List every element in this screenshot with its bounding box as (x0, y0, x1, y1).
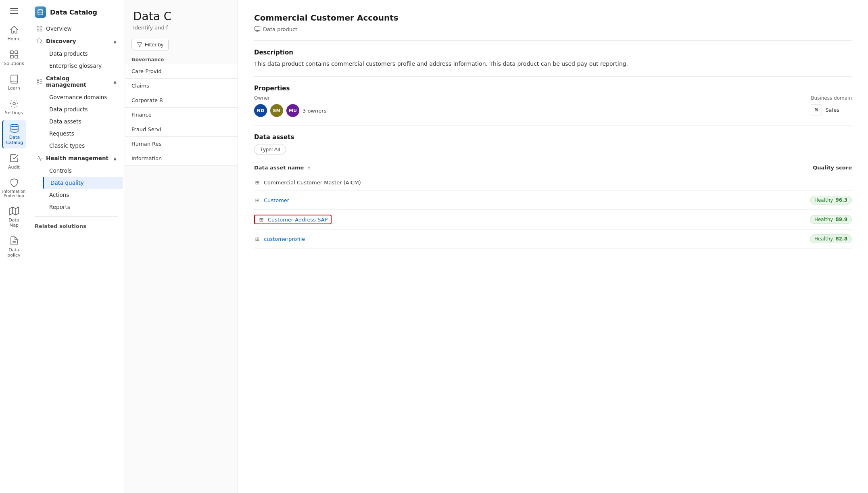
table-row-highlighted: ⊞ Customer Address SAP Healthy 89.9 (254, 210, 852, 230)
sidebar-data-assets-label: Data assets (49, 118, 117, 125)
nav-audit[interactable]: Audit (2, 150, 26, 173)
data-assets-title: Data assets (254, 134, 852, 141)
quality-badge-3: Healthy 89.9 (810, 215, 852, 224)
sidebar-controls-label: Controls (49, 167, 117, 174)
sidebar-actions-label: Actions (49, 192, 117, 198)
quality-score-4: 82.8 (835, 236, 847, 242)
asset-name-header: Data asset name (254, 165, 304, 171)
sidebar-health-management-label: Health management (46, 155, 110, 161)
nav-home-label: Home (7, 36, 20, 42)
asset-name-cell-3: ⊞ Customer Address SAP (254, 210, 683, 230)
sidebar-reports-label: Reports (49, 204, 117, 210)
quality-cell-2: Healthy 96.3 (683, 191, 852, 210)
asset-link-customer[interactable]: Customer (264, 197, 289, 203)
nav-data-catalog-label: Data Catalog (6, 135, 24, 145)
nav-data-catalog[interactable]: Data Catalog (2, 120, 26, 148)
svg-rect-15 (40, 29, 42, 31)
svg-rect-12 (37, 26, 39, 28)
nav-data-map-label: Data Map (4, 217, 24, 228)
properties-section: Owner ND SM MU 3 owners Business domain … (254, 95, 852, 117)
sidebar-item-classic-types[interactable]: Classic types (43, 140, 123, 152)
quality-score-3: 89.9 (835, 217, 847, 222)
nav-data-policy[interactable]: Data policy (2, 233, 26, 261)
nav-solutions[interactable]: Solutions (2, 46, 26, 69)
sidebar-item-governance-domains[interactable]: Governance domains (43, 91, 123, 103)
svg-point-11 (38, 9, 43, 11)
filter-button[interactable]: Filter by (131, 39, 169, 50)
nav-settings[interactable]: Settings (2, 96, 26, 119)
sidebar-item-requests[interactable]: Requests (43, 127, 123, 140)
svg-rect-18 (37, 79, 39, 80)
data-assets-section: Data assets Type: All Data asset name ↑ … (254, 134, 852, 249)
svg-rect-19 (37, 81, 39, 82)
health-management-chevron: ▲ (113, 156, 117, 161)
quality-label-3: Healthy (814, 217, 833, 222)
asset-name-inner-4: ⊞ customerprofile (254, 236, 683, 242)
sidebar-item-enterprise-glossary[interactable]: Enterprise glossary (43, 60, 123, 72)
list-section-governance: Governance (125, 54, 238, 64)
nav-info-protection-label: Information Protection (2, 189, 26, 198)
owners-count: 3 owners (303, 108, 326, 114)
svg-line-17 (41, 42, 42, 44)
sidebar-item-reports[interactable]: Reports (43, 201, 123, 213)
svg-rect-25 (255, 27, 260, 30)
detail-title: Commercial Customer Accounts (254, 13, 852, 23)
sidebar-related-solutions: Related solutions (28, 220, 125, 232)
sidebar-data-quality-label: Data quality (50, 180, 117, 186)
list-item-claims[interactable]: Claims (125, 79, 238, 93)
nav-home[interactable]: Home (2, 22, 26, 45)
list-item-finance[interactable]: Finance (125, 108, 238, 122)
list-item-fraud-servi[interactable]: Fraud Servi (125, 122, 238, 137)
sidebar-catalog-management-label: Catalog management (46, 75, 110, 88)
sidebar-item-data-products-cat[interactable]: Data products (43, 103, 123, 115)
data-product-icon (254, 26, 261, 32)
detail-type-label: Data product (263, 26, 297, 32)
business-domain-group: Business domain S Sales (811, 95, 852, 115)
asset-link-customer-address-sap[interactable]: Customer Address SAP (268, 217, 328, 223)
sidebar-group-health-management[interactable]: Health management ▲ (30, 152, 123, 165)
sidebar-item-overview[interactable]: Overview (30, 23, 123, 35)
list-item-information[interactable]: Information (125, 151, 238, 166)
sidebar-item-data-products-disc[interactable]: Data products (43, 48, 123, 60)
sidebar-discovery-children: Data products Enterprise glossary (28, 48, 125, 72)
asset-name-inner-2: ⊞ Customer (254, 197, 683, 203)
discovery-chevron: ▲ (113, 39, 117, 44)
table-icon-2: ⊞ (254, 197, 261, 203)
sidebar-group-catalog-management[interactable]: Catalog management ▲ (30, 72, 123, 91)
properties-row: Owner ND SM MU 3 owners Business domain … (254, 95, 852, 117)
svg-rect-14 (37, 29, 39, 31)
svg-rect-13 (40, 26, 42, 28)
list-item-care-provid[interactable]: Care Provid (125, 64, 238, 79)
nav-data-map[interactable]: Data Map (2, 203, 26, 231)
list-item-human-res[interactable]: Human Res (125, 137, 238, 151)
highlight-box: ⊞ Customer Address SAP (254, 215, 332, 224)
hamburger-button[interactable] (2, 5, 26, 17)
quality-cell-3: Healthy 89.9 (683, 210, 852, 230)
sidebar-item-data-quality[interactable]: Data quality (43, 177, 123, 189)
icon-nav: Home Solutions Learn Settings Data Catal… (0, 0, 28, 493)
svg-rect-1 (15, 51, 18, 54)
type-filter-button[interactable]: Type: All (254, 144, 286, 155)
asset-link-customerprofile[interactable]: customerprofile (264, 236, 305, 242)
sidebar-item-actions[interactable]: Actions (43, 189, 123, 201)
description-text: This data product contains commercial cu… (254, 59, 852, 68)
table-body: ⊞ Commercial Customer Master (AICM) -- (254, 174, 852, 249)
sidebar-item-controls[interactable]: Controls (43, 165, 123, 177)
divider-1 (254, 40, 852, 41)
sidebar-item-data-assets[interactable]: Data assets (43, 115, 123, 127)
nav-learn[interactable]: Learn (2, 71, 26, 94)
owners-row: ND SM MU 3 owners (254, 104, 326, 117)
list-panel-title: Data C (133, 10, 230, 23)
data-assets-table: Data asset name ↑ Quality score ⊞ (254, 161, 852, 249)
nav-info-protection[interactable]: Information Protection (2, 175, 26, 201)
catalog-management-chevron: ▲ (113, 79, 117, 84)
sidebar-catalog-icon (35, 6, 46, 18)
sidebar-group-discovery[interactable]: Discovery ▲ (30, 35, 123, 48)
properties-title: Properties (254, 85, 852, 92)
nav-settings-label: Settings (5, 110, 23, 115)
list-item-corporate-r[interactable]: Corporate R (125, 93, 238, 108)
sidebar-overview-label: Overview (46, 25, 117, 32)
filter-label: Filter by (145, 42, 163, 48)
filter-bar: Filter by (125, 36, 238, 54)
business-domain-label: Business domain (811, 95, 852, 101)
